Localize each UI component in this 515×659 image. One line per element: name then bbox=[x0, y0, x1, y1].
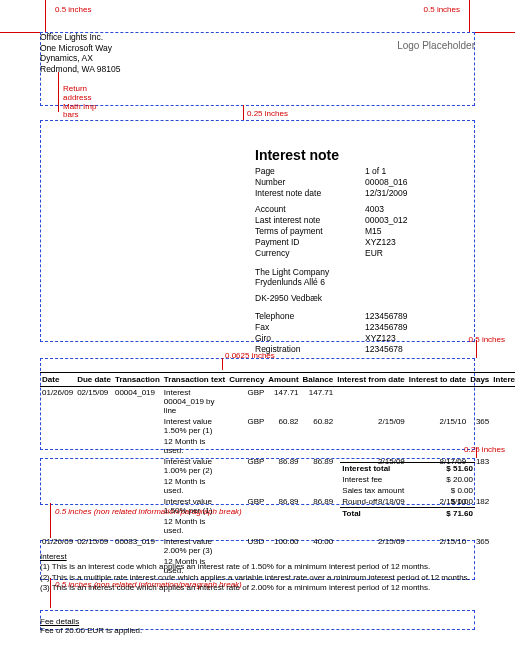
table-row: Interest value 1.50% per (1)GBP60.8260.8… bbox=[40, 416, 515, 436]
cell-days bbox=[468, 516, 491, 536]
margin-bar-tl-h bbox=[0, 32, 40, 33]
cell-balance: 60.82 bbox=[301, 416, 336, 436]
lastnote-k: Last interest note bbox=[255, 215, 365, 226]
doc-table2: Account4003 Last interest note00003_012 … bbox=[255, 204, 408, 259]
cell-iamt: 23.94 bbox=[491, 416, 515, 436]
round-v: $ 0.00 bbox=[444, 496, 475, 508]
cell-ttext: 12 Month is used. bbox=[162, 436, 227, 456]
cell-iamt: 7.80 bbox=[491, 496, 515, 516]
salestax-v: $ 0.00 bbox=[444, 485, 475, 496]
cell-due bbox=[75, 496, 113, 516]
cell-date bbox=[40, 496, 75, 516]
payid-k: Payment ID bbox=[255, 237, 365, 248]
cell-iamt bbox=[491, 516, 515, 536]
cell-trans bbox=[113, 516, 162, 536]
cell-curr bbox=[227, 476, 266, 496]
col-date: Date bbox=[40, 373, 75, 387]
col-trans: Transaction bbox=[113, 373, 162, 387]
cell-iamt: 24.00 bbox=[491, 536, 515, 556]
intdate-k: Interest note date bbox=[255, 188, 365, 199]
totals-block: Interest total$ 51.60 Interest fee$ 20.0… bbox=[340, 462, 475, 519]
cell-trans bbox=[113, 496, 162, 516]
table-row: 12 Month is used.10.95 bbox=[40, 436, 515, 456]
note-2: (2) This is a multiple rate interest cod… bbox=[40, 573, 475, 583]
cell-date bbox=[40, 416, 75, 436]
int-total-k: Interest total bbox=[340, 463, 444, 475]
currency-v: EUR bbox=[365, 248, 408, 259]
company-block: Office Lights Inc. One Microsoft Way Dyn… bbox=[40, 32, 475, 75]
cell-ifrom bbox=[335, 436, 407, 456]
page-k: Page bbox=[255, 166, 365, 177]
tel-v: 123456789 bbox=[365, 311, 408, 322]
cell-ttext: Interest value 1.00% per (2) bbox=[162, 456, 227, 476]
table-header-row: Date Due date Transaction Transaction te… bbox=[40, 373, 515, 387]
col-ttext: Transaction text bbox=[162, 373, 227, 387]
fee-block: Fee details Fee of 20.00 EUR is applied. bbox=[40, 617, 475, 635]
table-row: 01/26/0902/15/0900004_019Interest 00004_… bbox=[40, 387, 515, 417]
account-v: 4003 bbox=[365, 204, 408, 215]
cell-days bbox=[468, 436, 491, 456]
cell-ttext: Interest value 1.50% per (1) bbox=[162, 416, 227, 436]
cell-amount bbox=[266, 436, 300, 456]
cell-trans bbox=[113, 416, 162, 436]
cell-date bbox=[40, 436, 75, 456]
company-addr2: Dynamics, AX bbox=[40, 53, 475, 64]
cell-curr: GBP bbox=[227, 387, 266, 417]
cell-date bbox=[40, 516, 75, 536]
int-fee-v: $ 20.00 bbox=[444, 474, 475, 485]
cell-due bbox=[75, 476, 113, 496]
reg-v: 12345678 bbox=[365, 344, 408, 355]
col-days: Days bbox=[468, 373, 491, 387]
col-iamt: Interest amount bbox=[491, 373, 515, 387]
cell-due: 02/15/09 bbox=[75, 387, 113, 417]
cell-ito: 2/15/10 bbox=[407, 416, 468, 436]
account-k: Account bbox=[255, 204, 365, 215]
cell-trans bbox=[113, 436, 162, 456]
company-cityzip: Redmond, WA 98105 bbox=[40, 64, 475, 75]
logo-placeholder: Logo Placeholder bbox=[397, 40, 475, 51]
cell-ttext: 12 Month is used. bbox=[162, 516, 227, 536]
cell-ifrom bbox=[335, 387, 407, 417]
cell-iamt bbox=[491, 387, 515, 417]
col-ifrom: Interest from date bbox=[335, 373, 407, 387]
cell-balance bbox=[301, 476, 336, 496]
payid-v: XYZ123 bbox=[365, 237, 408, 248]
cell-amount bbox=[266, 476, 300, 496]
terms-v: M15 bbox=[365, 226, 408, 237]
interest-notes: Interest (1) This is an interest code wh… bbox=[40, 552, 475, 594]
cell-ito bbox=[407, 436, 468, 456]
giro-v: XYZ123 bbox=[365, 333, 408, 344]
cell-trans: 00004_019 bbox=[113, 387, 162, 417]
margin-bar-tr-v bbox=[469, 0, 470, 32]
cell-amount: 86.89 bbox=[266, 456, 300, 476]
cell-ifrom bbox=[335, 516, 407, 536]
cell-trans bbox=[113, 476, 162, 496]
col-due: Due date bbox=[75, 373, 113, 387]
cell-ito bbox=[407, 387, 468, 417]
cell-curr: GBP bbox=[227, 496, 266, 516]
cell-balance: 147.71 bbox=[301, 387, 336, 417]
salestax-k: Sales tax amount bbox=[340, 485, 444, 496]
cell-balance bbox=[301, 516, 336, 536]
page-v: 1 of 1 bbox=[365, 166, 408, 177]
cell-days: 365 bbox=[468, 416, 491, 436]
cust3: DK-2950 Vedbæk bbox=[255, 293, 475, 303]
cell-iamt: 5.23 bbox=[491, 456, 515, 476]
cell-amount bbox=[266, 516, 300, 536]
col-balance: Balance bbox=[301, 373, 336, 387]
cell-iamt: 10.95 bbox=[491, 436, 515, 456]
doc-table1: Page1 of 1 Number00008_016 Interest note… bbox=[255, 166, 408, 199]
cell-curr: GBP bbox=[227, 416, 266, 436]
cell-date bbox=[40, 476, 75, 496]
note-3: (3) This is an interest code which appli… bbox=[40, 583, 475, 593]
cell-curr bbox=[227, 436, 266, 456]
margin-label-top-right: 0.5 inches bbox=[424, 5, 460, 14]
cell-ito bbox=[407, 516, 468, 536]
cell-date bbox=[40, 456, 75, 476]
cell-ttext: Interest 00004_019 by line bbox=[162, 387, 227, 417]
doc-info: Interest note Page1 of 1 Number00008_016… bbox=[255, 147, 475, 355]
cell-due bbox=[75, 416, 113, 436]
int-fee-k: Interest fee bbox=[340, 474, 444, 485]
number-k: Number bbox=[255, 177, 365, 188]
tel-k: Telephone bbox=[255, 311, 365, 322]
